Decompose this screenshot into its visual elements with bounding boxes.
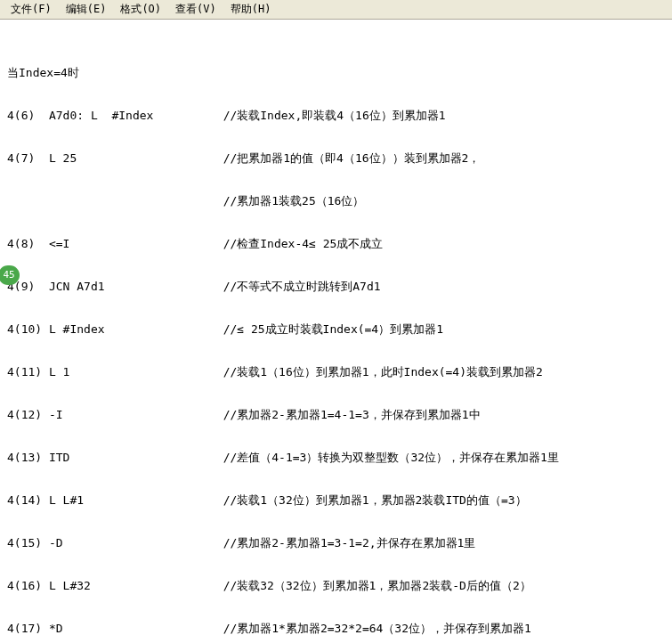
code-line: 4(17) *D //累加器1*累加器2=32*2=64（32位），并保存到累加… bbox=[7, 622, 667, 635]
menubar: 文件(F) 编辑(E) 格式(O) 查看(V) 帮助(H) bbox=[0, 0, 672, 20]
code-line: //累加器1装载25（16位） bbox=[7, 194, 667, 208]
menu-file[interactable]: 文件(F) bbox=[4, 0, 59, 19]
code-line: 4(7) L 25 //把累加器1的值（即4（16位））装到累加器2， bbox=[7, 151, 667, 166]
code-line: 4(13) ITD //差值（4-1=3）转换为双整型数（32位），并保存在累加… bbox=[7, 451, 667, 465]
code-line: 4(8) <=I //检查Index-4≤ 25成不成立 bbox=[7, 237, 667, 251]
code-line: 4(9) JCN A7d1 //不等式不成立时跳转到A7d1 bbox=[7, 280, 667, 294]
text-editor-area[interactable]: 45 当Index=4时 4(6) A7d0: L #Index //装载Ind… bbox=[0, 20, 672, 635]
menu-format[interactable]: 格式(O) bbox=[113, 0, 168, 19]
code-line: 当Index=4时 bbox=[7, 66, 667, 80]
code-line: 4(6) A7d0: L #Index //装载Index,即装载4（16位）到… bbox=[7, 109, 667, 123]
menu-help[interactable]: 帮助(H) bbox=[223, 0, 279, 19]
code-line: 4(15) -D //累加器2-累加器1=3-1=2,并保存在累加器1里 bbox=[7, 536, 667, 550]
menu-edit[interactable]: 编辑(E) bbox=[59, 0, 114, 19]
code-line: 4(10) L #Index //≤ 25成立时装载Index(=4）到累加器1 bbox=[7, 322, 667, 337]
menu-view[interactable]: 查看(V) bbox=[168, 0, 223, 19]
code-line: 4(11) L 1 //装载1（16位）到累加器1，此时Index(=4)装载到… bbox=[7, 365, 667, 379]
gutter-badge: 45 bbox=[0, 265, 20, 285]
code-line: 4(12) -I //累加器2-累加器1=4-1=3，并保存到累加器1中 bbox=[7, 408, 667, 422]
code-line: 4(16) L L#32 //装载32（32位）到累加器1，累加器2装载-D后的… bbox=[7, 579, 667, 593]
code-line: 4(14) L L#1 //装载1（32位）到累加器1，累加器2装载ITD的值（… bbox=[7, 493, 667, 508]
